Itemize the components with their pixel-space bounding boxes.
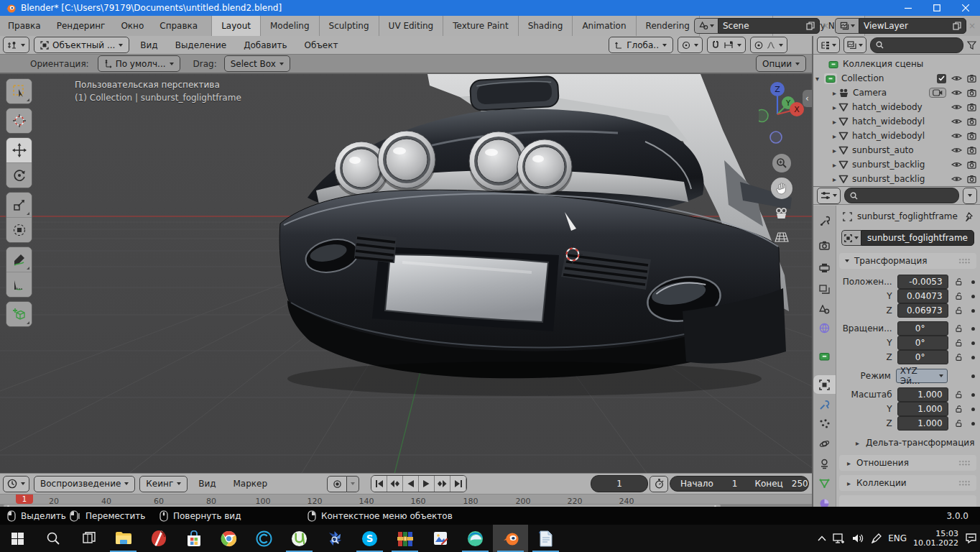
outliner-row-mesh[interactable]: ▸ hatch_widebodyl (813, 129, 980, 143)
camera-data-badge[interactable] (929, 88, 946, 98)
options-dropdown[interactable]: Опции (756, 55, 806, 72)
hide-eye-icon[interactable] (951, 175, 962, 183)
timeline-menu-view[interactable]: Вид (192, 479, 222, 489)
menu-select[interactable]: Выделение (169, 40, 233, 50)
rotation-y-field[interactable]: 0° (897, 336, 948, 350)
rotation-mode-dropdown[interactable]: XYZ Эй... (896, 369, 948, 383)
expand-arrow[interactable]: ▸ (831, 175, 838, 183)
expand-arrow[interactable]: ▾ (813, 75, 821, 83)
notepad-icon[interactable] (528, 525, 563, 552)
frame-end-value[interactable]: 250 (792, 479, 808, 489)
viewport-canvas[interactable]: Пользовательская перспектива (1) Collect… (0, 74, 812, 473)
disable-render-icon[interactable] (967, 117, 976, 126)
maximize-button[interactable] (923, 0, 951, 16)
winrar-icon[interactable] (387, 525, 422, 552)
transform-tool[interactable] (6, 218, 32, 242)
mode-dropdown[interactable]: Объектный ... (34, 37, 129, 53)
properties-search-input[interactable] (844, 188, 959, 203)
outliner-search-input[interactable] (870, 37, 963, 53)
location-y-field[interactable]: 0.04073 (897, 289, 948, 303)
tab-shading[interactable]: Shading (519, 16, 573, 36)
cursor-tool[interactable] (6, 109, 32, 133)
location-z-field[interactable]: 0.06973 (897, 303, 948, 318)
outliner-display-mode-button[interactable] (843, 37, 866, 53)
play-reverse-button[interactable] (403, 476, 419, 492)
minimize-button[interactable] (894, 0, 923, 16)
viewlayer-icon[interactable] (835, 18, 859, 34)
blue-fan-app-icon[interactable] (317, 525, 352, 552)
drag-orientation-dropdown[interactable]: По умолч... (98, 55, 180, 72)
collection-checkbox[interactable] (937, 74, 946, 83)
scene-icon[interactable] (694, 18, 718, 34)
outliner-row-mesh[interactable]: ▸ hatch_widebodyl (813, 114, 980, 129)
panel-grip[interactable] (958, 480, 971, 486)
scene-name-field[interactable]: Scene (718, 18, 820, 34)
disable-render-icon[interactable] (967, 88, 976, 97)
tab-animation[interactable]: Animation (573, 16, 636, 36)
use-preview-range-button[interactable] (650, 476, 668, 492)
disable-render-icon[interactable] (967, 74, 976, 83)
tab-scene[interactable] (813, 300, 836, 318)
outliner-row-collection[interactable]: ▾ Collection (813, 71, 980, 86)
current-frame-field[interactable]: 1 (591, 475, 648, 492)
keying-set-dropdown[interactable] (347, 476, 359, 492)
expand-arrow[interactable]: ▸ (831, 89, 838, 97)
lock-icon[interactable] (955, 405, 963, 413)
tab-view-layer[interactable] (813, 280, 836, 298)
chrome-icon[interactable] (211, 525, 246, 552)
menu-help[interactable]: Справка (152, 16, 205, 36)
hide-eye-icon[interactable] (951, 88, 962, 97)
hide-eye-icon[interactable] (951, 103, 962, 111)
tab-constraints[interactable] (813, 454, 836, 473)
add-cube-tool[interactable] (6, 302, 32, 326)
sidebar-toggle[interactable]: ‹ (803, 90, 812, 107)
pin-icon[interactable] (963, 212, 973, 221)
tab-tool[interactable] (813, 211, 836, 230)
outliner-row-mesh[interactable]: ▸ sunburst_backlig (813, 172, 980, 186)
tab-object-data[interactable] (813, 474, 836, 492)
keying-dropdown[interactable]: Кеинг (139, 476, 188, 492)
language-indicator[interactable]: ENG (888, 533, 907, 543)
rotation-x-field[interactable]: 0° (897, 321, 948, 336)
tab-world[interactable] (813, 318, 836, 337)
lock-icon[interactable] (955, 324, 963, 333)
tab-modifiers[interactable] (813, 395, 836, 414)
play-button[interactable] (419, 476, 435, 492)
microsoft-store-icon[interactable] (176, 525, 211, 552)
utorrent-icon[interactable] (282, 525, 317, 552)
tab-material[interactable] (813, 494, 836, 507)
transform-panel-header[interactable]: Трансформация (839, 253, 976, 269)
annotate-tool[interactable] (6, 247, 32, 272)
relations-panel[interactable]: ▸Отношения (839, 455, 976, 471)
auto-keying-record-button[interactable] (327, 476, 347, 492)
tab-collection[interactable] (813, 346, 836, 365)
disable-render-icon[interactable] (967, 103, 976, 111)
hide-eye-icon[interactable] (951, 117, 962, 126)
volume-icon[interactable] (852, 533, 864, 543)
outliner-row-mesh[interactable]: ▸ sunburst_backlig (813, 157, 980, 172)
tab-physics[interactable] (813, 434, 836, 453)
menu-edit[interactable]: Правка (0, 16, 49, 36)
frame-start-value[interactable]: 1 (732, 479, 738, 489)
outliner-row-mesh[interactable]: ▸ sunburst_auto (813, 143, 980, 157)
scale-z-field[interactable]: 1.000 (897, 416, 948, 431)
camera-view-icon[interactable] (772, 204, 791, 223)
tab-uv-editing[interactable]: UV Editing (379, 16, 444, 36)
pan-hand-icon[interactable] (771, 178, 792, 199)
panel-grip[interactable] (958, 258, 971, 264)
tab-layout[interactable]: Layout (211, 16, 261, 36)
animate-dot[interactable] (971, 408, 975, 411)
lock-icon[interactable] (955, 306, 963, 315)
skype-icon[interactable]: S (352, 525, 387, 552)
object-name-field[interactable]: sunburst_foglightframe (861, 230, 974, 246)
measure-tool[interactable] (6, 272, 32, 297)
outliner-editor-type-button[interactable] (817, 37, 840, 53)
tab-sculpting[interactable]: Sculpting (320, 16, 379, 36)
orientation-gizmo[interactable]: Z Y X (759, 77, 805, 149)
disable-render-icon[interactable] (967, 160, 976, 169)
timeline-menu-marker[interactable]: Маркер (227, 479, 274, 489)
unlink-scene-icon[interactable]: × (822, 18, 829, 34)
hide-eye-icon[interactable] (951, 146, 962, 155)
menu-object[interactable]: Объект (298, 40, 345, 50)
tab-modeling[interactable]: Modeling (261, 16, 320, 36)
